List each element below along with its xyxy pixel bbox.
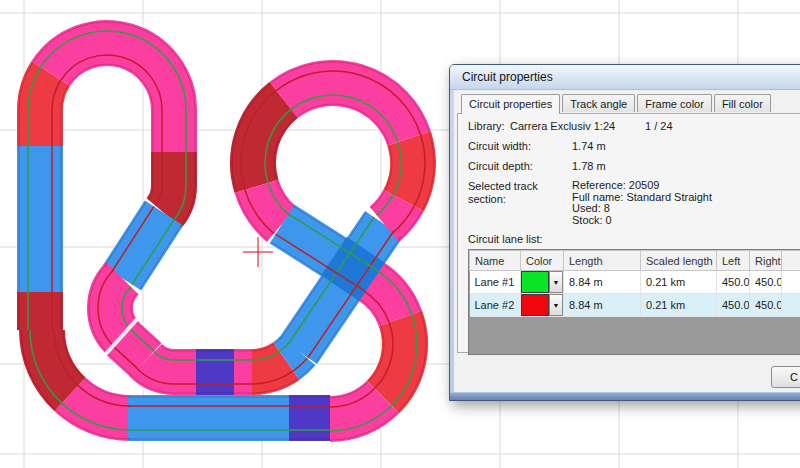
selected-section-used: Used: 8	[572, 203, 712, 215]
lane2-color-dropdown[interactable]: ▼	[549, 294, 563, 316]
lane2-color-swatch[interactable]	[521, 294, 549, 316]
library-scale: 1 / 24	[645, 120, 673, 133]
dialog-client: Circuit properties Track angle Frame col…	[454, 90, 800, 393]
col-color[interactable]: Color	[521, 251, 564, 271]
selected-section-reference: Reference: 20509	[572, 180, 712, 192]
lane-row-1[interactable]: Lane #1 ▼ 8.84 m 0.21 km 450.0 ° 450.0 °	[470, 271, 800, 294]
chevron-down-icon: ▼	[553, 279, 560, 286]
col-left[interactable]: Left	[717, 251, 750, 271]
selected-section-details: Reference: 20509 Full name: Standard Str…	[572, 180, 712, 226]
lane1-right: 450.0 °	[750, 271, 782, 294]
circuit-depth-label: Circuit depth:	[468, 160, 572, 173]
col-name[interactable]: Name	[470, 251, 521, 271]
lane1-color-swatch[interactable]	[521, 271, 549, 293]
dialog-titlebar[interactable]: Circuit properties	[450, 65, 800, 90]
tab-strip: Circuit properties Track angle Frame col…	[461, 94, 771, 112]
lane1-left: 450.0 °	[717, 271, 750, 294]
library-value: Carrera Exclusiv 1:24	[510, 120, 645, 133]
circuit-width-label: Circuit width:	[468, 140, 572, 153]
tab-track-angle[interactable]: Track angle	[562, 94, 635, 112]
lane1-name: Lane #1	[470, 271, 521, 294]
dialog-title: Circuit properties	[462, 70, 553, 84]
lane-table: Name Color Length Scaled length Left Rig…	[468, 249, 800, 355]
selected-section-label: Selected track section:	[468, 180, 572, 226]
circuit-properties-dialog: Circuit properties Circuit properties Tr…	[449, 64, 800, 401]
library-label: Library:	[468, 120, 510, 133]
col-length[interactable]: Length	[564, 251, 641, 271]
selected-section-stock: Stock: 0	[572, 215, 712, 227]
tab-fill-color[interactable]: Fill color	[714, 94, 771, 112]
tab-frame-color[interactable]: Frame color	[637, 94, 712, 112]
lane2-name: Lane #2	[470, 294, 521, 317]
lane-row-2[interactable]: Lane #2 ▼ 8.84 m 0.21 km 450.0 ° 450.0 °	[470, 294, 800, 317]
lane1-scaled-length: 0.21 km	[641, 271, 717, 294]
circuit-width-value: 1.74 m	[572, 140, 606, 153]
col-filler	[782, 251, 800, 271]
lane-table-header: Name Color Length Scaled length Left Rig…	[470, 251, 800, 271]
lane2-left: 450.0 °	[717, 294, 750, 317]
lane-list-label: Circuit lane list:	[468, 233, 800, 246]
lane2-scaled-length: 0.21 km	[641, 294, 717, 317]
col-scaled-length[interactable]: Scaled length	[641, 251, 717, 271]
dialog-bottom-frame	[450, 392, 800, 400]
col-right[interactable]: Right	[750, 251, 782, 271]
lane1-length: 8.84 m	[564, 271, 641, 294]
chevron-down-icon: ▼	[553, 302, 560, 309]
circuit-depth-value: 1.78 m	[572, 160, 606, 173]
close-button[interactable]: C	[771, 366, 800, 388]
lane2-right: 450.0 °	[750, 294, 782, 317]
tab-page-circuit-properties: Library: Carrera Exclusiv 1:24 1 / 24 Ci…	[457, 113, 800, 353]
cursor-crosshair	[243, 237, 273, 267]
lane2-length: 8.84 m	[564, 294, 641, 317]
lane1-color-dropdown[interactable]: ▼	[549, 271, 563, 293]
tab-circuit-properties[interactable]: Circuit properties	[461, 94, 560, 114]
